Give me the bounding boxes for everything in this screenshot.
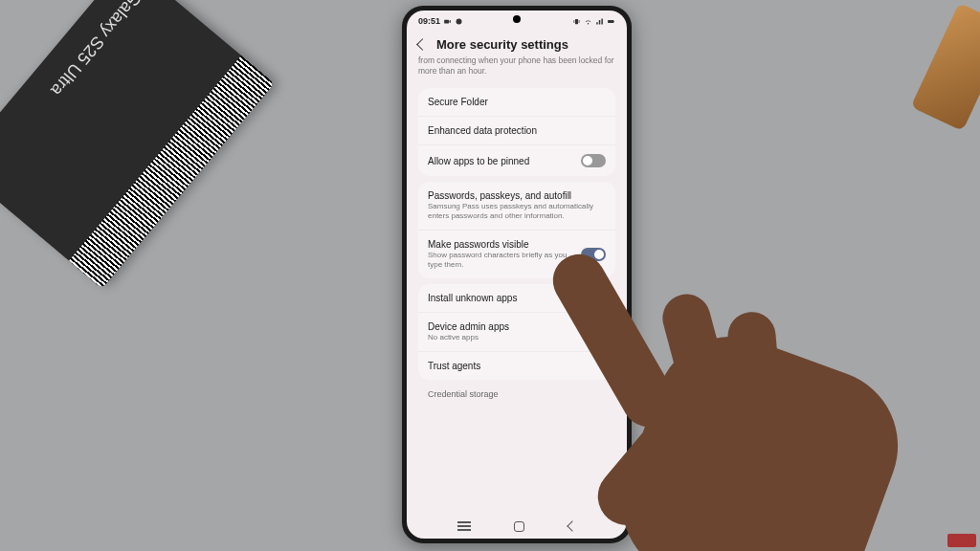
watermark [947, 534, 976, 547]
camera-hole [513, 15, 521, 23]
trust-agents-item[interactable]: Trust agents [418, 351, 615, 380]
credential-storage-label: Credential storage [418, 386, 615, 399]
battery-icon [607, 17, 615, 26]
signal-icon [595, 17, 604, 26]
passwords-visible-label: Make passwords visible [428, 239, 581, 250]
device-admin-sub: No active apps [428, 333, 606, 342]
passwords-visible-item[interactable]: Make passwords visible Show password cha… [418, 230, 615, 278]
back-button[interactable] [567, 520, 577, 531]
barcode [69, 55, 274, 288]
passwords-visible-sub: Show password characters briefly as you … [428, 251, 581, 270]
passwords-visible-toggle[interactable] [581, 248, 606, 261]
status-time: 09:51 [418, 16, 440, 26]
truncated-description: from connecting when your phone has been… [418, 55, 615, 82]
svg-rect-0 [444, 19, 449, 23]
product-box: Galaxy S25 Ultra [0, 0, 275, 289]
passwords-autofill-sub: Samsung Pass uses passkeys and automatic… [428, 202, 606, 221]
settings-content[interactable]: from connecting when your phone has been… [407, 55, 627, 514]
install-unknown-label: Install unknown apps [428, 293, 606, 303]
box-label: Galaxy S25 Ultra [46, 0, 145, 99]
secure-folder-label: Secure Folder [428, 97, 606, 107]
secure-folder-item[interactable]: Secure Folder [418, 88, 615, 116]
home-button[interactable] [514, 521, 524, 532]
svg-point-1 [457, 18, 462, 24]
install-unknown-item[interactable]: Install unknown apps [418, 284, 615, 312]
notification-icon [455, 17, 463, 26]
trust-agents-label: Trust agents [428, 361, 606, 371]
device-admin-item[interactable]: Device admin apps No active apps [418, 312, 615, 351]
allow-pinned-item[interactable]: Allow apps to be pinned [418, 144, 615, 176]
settings-group-3: Install unknown apps Device admin apps N… [418, 284, 615, 380]
allow-pinned-label: Allow apps to be pinned [428, 156, 581, 166]
enhanced-data-item[interactable]: Enhanced data protection [418, 116, 615, 144]
passwords-autofill-label: Passwords, passkeys, and autofill [428, 190, 606, 201]
svg-rect-6 [613, 20, 614, 22]
navigation-bar [407, 514, 627, 539]
device-admin-label: Device admin apps [428, 321, 606, 332]
back-icon[interactable] [416, 38, 429, 51]
enhanced-data-label: Enhanced data protection [428, 125, 606, 136]
svg-rect-2 [575, 18, 578, 23]
phone-screen: 09:51 More security settings from connec… [407, 11, 627, 539]
page-title: More security settings [436, 37, 568, 52]
settings-group-2: Passwords, passkeys, and autofill Samsun… [418, 182, 615, 278]
recents-button[interactable] [457, 521, 471, 531]
header: More security settings [407, 32, 627, 55]
wifi-icon [584, 17, 592, 26]
background-object [910, 3, 980, 131]
passwords-autofill-item[interactable]: Passwords, passkeys, and autofill Samsun… [418, 182, 615, 230]
svg-rect-5 [608, 20, 613, 23]
phone-device: 09:51 More security settings from connec… [402, 6, 632, 543]
allow-pinned-toggle[interactable] [581, 154, 606, 167]
vibrate-icon [572, 17, 581, 26]
video-icon [443, 17, 452, 26]
settings-group-1: Secure Folder Enhanced data protection A… [418, 88, 615, 176]
